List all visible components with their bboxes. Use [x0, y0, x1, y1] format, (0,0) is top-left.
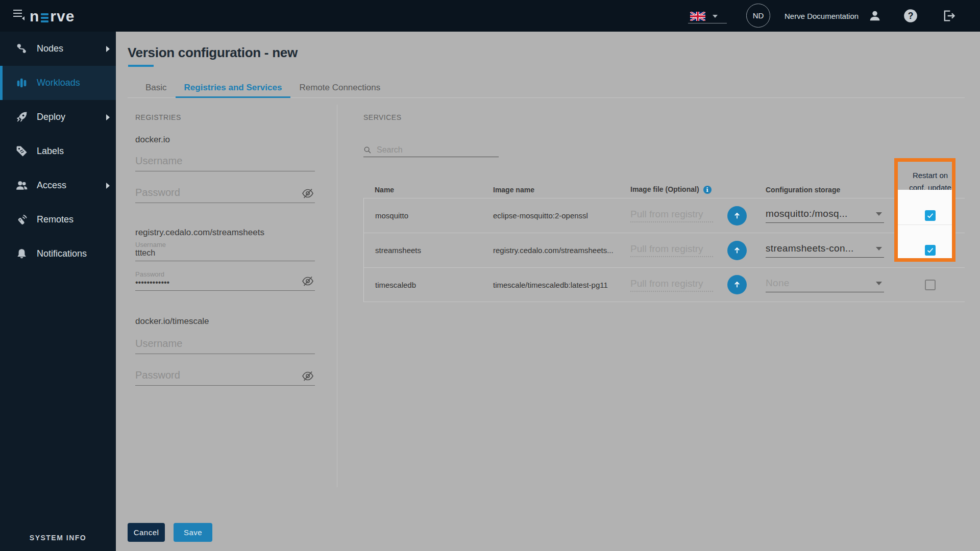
image-file-input[interactable]: Pull from registry	[630, 243, 713, 257]
language-select[interactable]	[688, 9, 727, 23]
sidebar-item-label: Notifications	[37, 248, 87, 259]
config-storage-select[interactable]: None	[766, 278, 884, 292]
column-header-config-storage: Configuration storage	[766, 186, 896, 194]
notifications-icon	[15, 247, 28, 260]
help-icon[interactable]: ?	[903, 9, 918, 23]
column-divider	[337, 105, 337, 487]
password-placeholder: Password	[135, 369, 180, 381]
service-name: streamsheets	[364, 246, 493, 255]
arrow-up-icon	[732, 211, 742, 220]
username-value: tttech	[135, 248, 155, 257]
chevron-down-icon	[713, 15, 718, 18]
topbar: n rve ND Nerve Documentation ?	[0, 0, 980, 32]
config-storage-select[interactable]: streamsheets-con...	[766, 243, 884, 258]
restart-checkbox[interactable]	[925, 210, 936, 221]
search-input[interactable]: Search	[363, 143, 499, 157]
visibility-off-icon[interactable]	[302, 187, 314, 199]
sidebar-item-label: Deploy	[37, 112, 65, 122]
check-icon	[926, 246, 934, 254]
chevron-down-icon	[876, 212, 882, 216]
image-file-input[interactable]: Pull from registry	[630, 209, 713, 222]
registry-password-input[interactable]: Password	[135, 187, 315, 203]
sidebar-item-labels[interactable]: Labels	[0, 134, 116, 168]
username-label: Username	[135, 241, 315, 248]
avatar[interactable]: ND	[746, 4, 770, 28]
registry-username-input[interactable]: Username	[135, 155, 315, 171]
nerve-documentation-link[interactable]: Nerve Documentation	[785, 12, 859, 20]
logo-e-bars-icon	[41, 13, 48, 22]
registry-password-input[interactable]: ••••••••••••	[135, 278, 315, 291]
sidebar-item-label: Workloads	[37, 78, 80, 88]
arrow-up-icon	[732, 246, 742, 255]
registry-name: registry.cedalo.com/streamsheets	[135, 228, 315, 238]
info-icon[interactable]: i	[703, 186, 712, 194]
sidebar-item-deploy[interactable]: Deploy	[0, 100, 116, 134]
visibility-off-icon[interactable]	[302, 275, 314, 287]
page-title: Version configuration - new	[128, 45, 298, 61]
chevron-right-icon	[106, 46, 110, 52]
registry-password-input[interactable]: Password	[135, 369, 315, 386]
table-row: timescaledb timescale/timescaledb:latest…	[364, 267, 965, 302]
restart-checkbox[interactable]	[925, 280, 936, 290]
upload-image-button[interactable]	[727, 275, 747, 294]
chevron-down-icon	[876, 282, 882, 285]
registries-section: REGISTRIES docker.io Username Password r…	[135, 113, 315, 386]
config-storage-select[interactable]: mosquitto:/mosq...	[766, 208, 884, 223]
password-placeholder: Password	[135, 187, 180, 198]
chevron-down-icon	[876, 247, 882, 251]
labels-icon	[15, 145, 28, 158]
save-button[interactable]: Save	[174, 523, 212, 542]
sidebar-item-access[interactable]: Access	[0, 168, 116, 203]
service-image-name: registry.cedalo.com/streamsheets...	[493, 246, 630, 255]
password-value: ••••••••••••	[135, 278, 169, 287]
svg-text:?: ?	[908, 11, 914, 21]
sidebar-item-workloads[interactable]: Workloads	[0, 66, 116, 100]
tab-bar: Basic Registries and Services Remote Con…	[128, 80, 965, 98]
search-icon	[363, 146, 372, 154]
chevron-right-icon	[106, 183, 110, 189]
sidebar-item-label: Remotes	[37, 214, 74, 225]
workloads-icon	[15, 77, 28, 89]
visibility-off-icon[interactable]	[302, 370, 314, 382]
registry-name: docker.io	[135, 135, 315, 145]
column-header-image-file: Image file (Optional)i	[630, 185, 766, 194]
service-image-name: timescale/timescaledb:latest-pg11	[493, 281, 630, 289]
sidebar-item-nodes[interactable]: Nodes	[0, 32, 116, 66]
restart-checkbox[interactable]	[925, 245, 936, 256]
table-row: streamsheets registry.cedalo.com/streams…	[364, 233, 965, 267]
upload-image-button[interactable]	[727, 241, 747, 260]
sidebar-item-remotes[interactable]: Remotes	[0, 203, 116, 237]
service-image-name: eclipse-mosquitto:2-openssl	[493, 211, 630, 220]
column-header-name: Name	[363, 186, 493, 194]
user-icon[interactable]	[868, 9, 882, 23]
arrow-up-icon	[732, 280, 742, 289]
table-header: Name Image name Image file (Optional)i C…	[363, 169, 965, 198]
logo-text-n: n	[30, 8, 39, 25]
services-section: SERVICES Search Name Image name Image fi…	[363, 113, 965, 121]
system-info-link[interactable]: SYSTEM INFO	[0, 534, 116, 542]
image-file-input[interactable]: Pull from registry	[630, 278, 713, 292]
cancel-button[interactable]: Cancel	[128, 523, 165, 542]
avatar-initials: ND	[753, 11, 764, 20]
registries-heading: REGISTRIES	[135, 113, 315, 121]
tab-basic[interactable]: Basic	[137, 80, 176, 97]
sidebar-item-label: Labels	[37, 146, 64, 157]
chevron-right-icon	[106, 114, 110, 120]
nodes-icon	[15, 42, 28, 55]
registry-name: docker.io/timescale	[135, 316, 315, 327]
access-icon	[15, 179, 28, 192]
menu-toggle-icon[interactable]	[13, 10, 24, 22]
tab-remote-connections[interactable]: Remote Connections	[290, 80, 389, 97]
sidebar-item-label: Nodes	[37, 43, 63, 54]
upload-image-button[interactable]	[727, 206, 747, 226]
tab-registries-and-services[interactable]: Registries and Services	[176, 80, 291, 97]
sidebar-item-notifications[interactable]: Notifications	[0, 237, 116, 271]
nerve-logo: n rve	[30, 8, 75, 25]
registry-username-input[interactable]: tttech	[135, 248, 315, 261]
sidebar: Nodes Workloads Deploy Labels	[0, 32, 116, 551]
services-heading: SERVICES	[363, 113, 965, 121]
registry-username-input[interactable]: Username	[135, 338, 315, 354]
logo-text-rve: rve	[50, 8, 75, 25]
logout-icon[interactable]	[942, 9, 956, 23]
search-placeholder: Search	[377, 145, 403, 155]
